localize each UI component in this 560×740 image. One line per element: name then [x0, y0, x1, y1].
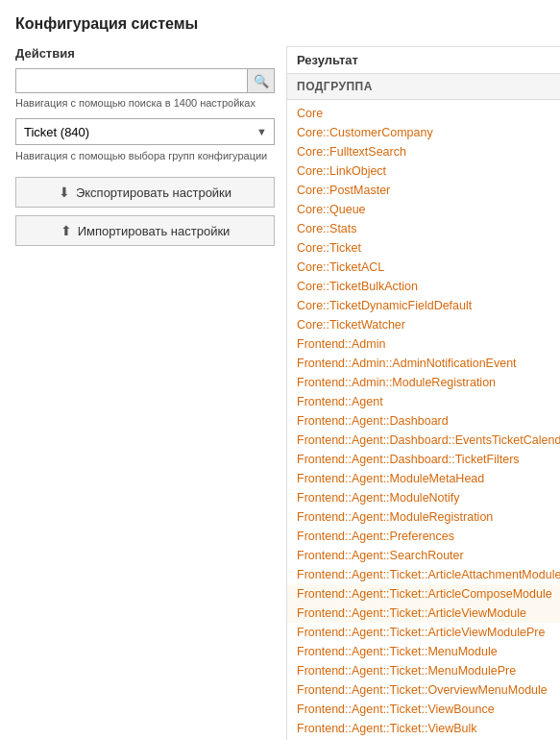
search-row: 🔍	[15, 68, 275, 93]
right-panel: Результат ПОДГРУППА CoreCore::CustomerCo…	[286, 46, 560, 740]
result-title: Результат	[287, 47, 560, 74]
list-item[interactable]: Core::TicketDynamicFieldDefault	[287, 296, 560, 315]
list-item[interactable]: Frontend::Admin::AdminNotificationEvent	[287, 354, 560, 373]
subgroup-header: ПОДГРУППА	[287, 74, 560, 100]
export-button[interactable]: ⬇ Экспортировать настройки	[15, 177, 275, 208]
list-item[interactable]: Core::CustomerCompany	[287, 123, 560, 142]
select-wrapper: Ticket (840) ▼	[15, 118, 275, 145]
list-item[interactable]: Frontend::Agent::ModuleMetaHead	[287, 469, 560, 488]
import-label: Импортировать настройки	[78, 224, 231, 238]
list-item[interactable]: Frontend::Agent::ModuleNotify	[287, 488, 560, 507]
actions-label: Действия	[15, 46, 275, 61]
export-label: Экспортировать настройки	[76, 185, 231, 200]
list-item[interactable]: Core::TicketBulkAction	[287, 277, 560, 296]
list-item[interactable]: Frontend::Agent::Ticket::ArticleAttachme…	[287, 565, 560, 584]
list-item[interactable]: Frontend::Agent::Ticket::OverviewMenuMod…	[287, 680, 560, 700]
list-item[interactable]: Frontend::Agent::Dashboard	[287, 411, 560, 431]
list-item[interactable]: Frontend::Agent::Ticket::ViewBounce	[287, 700, 560, 719]
list-item[interactable]: Frontend::Admin	[287, 334, 560, 354]
list-item[interactable]: Frontend::Agent::Preferences	[287, 527, 560, 546]
search-hint: Навигация с помощью поиска в 1400 настро…	[15, 97, 275, 109]
list-item[interactable]: Core::Stats	[287, 219, 560, 238]
list-item[interactable]: Core::FulltextSearch	[287, 142, 560, 161]
import-button[interactable]: ⬆ Импортировать настройки	[15, 215, 275, 246]
import-icon: ⬆	[61, 223, 72, 238]
list-item[interactable]: Frontend::Agent	[287, 392, 560, 411]
list-item[interactable]: Frontend::Agent::Ticket::MenuModule	[287, 642, 560, 661]
list-item[interactable]: Frontend::Admin::ModuleRegistration	[287, 373, 560, 392]
list-item[interactable]: Frontend::Agent::Dashboard::EventsTicket…	[287, 431, 560, 450]
list-item[interactable]: Core::TicketACL	[287, 258, 560, 277]
left-panel: Действия 🔍 Навигация с помощью поиска в …	[15, 46, 275, 254]
search-button[interactable]: 🔍	[248, 68, 275, 93]
list-item[interactable]: Frontend::Agent::Ticket::ArticleViewModu…	[287, 623, 560, 642]
page-title: Конфигурация системы	[15, 15, 545, 33]
list-item[interactable]: Frontend::Agent::ModuleRegistration	[287, 507, 560, 527]
search-icon: 🔍	[254, 74, 269, 88]
group-select[interactable]: Ticket (840)	[15, 118, 275, 145]
list-item[interactable]: Core	[287, 104, 560, 123]
list-item[interactable]: Frontend::Agent::Ticket::ArticleViewModu…	[287, 604, 560, 623]
search-input[interactable]	[15, 68, 248, 93]
list-item[interactable]: Frontend::Agent::Ticket::ArticleComposeM…	[287, 584, 560, 604]
list-item[interactable]: Frontend::Agent::SearchRouter	[287, 546, 560, 565]
list-item[interactable]: Core::PostMaster	[287, 181, 560, 200]
select-hint: Навигация с помощью выбора групп конфигу…	[15, 149, 275, 163]
export-icon: ⬇	[59, 185, 70, 200]
list-item[interactable]: Core::Queue	[287, 200, 560, 219]
list-item[interactable]: Core::TicketWatcher	[287, 315, 560, 334]
list-item[interactable]: Core::LinkObject	[287, 161, 560, 181]
result-list: CoreCore::CustomerCompanyCore::FulltextS…	[287, 100, 560, 740]
list-item[interactable]: Frontend::Agent::Ticket::MenuModulePre	[287, 661, 560, 680]
list-item[interactable]: Core::Ticket	[287, 238, 560, 258]
list-item[interactable]: Frontend::Agent::Ticket::ViewBulk	[287, 719, 560, 738]
list-item[interactable]: Frontend::Agent::Dashboard::TicketFilter…	[287, 450, 560, 469]
